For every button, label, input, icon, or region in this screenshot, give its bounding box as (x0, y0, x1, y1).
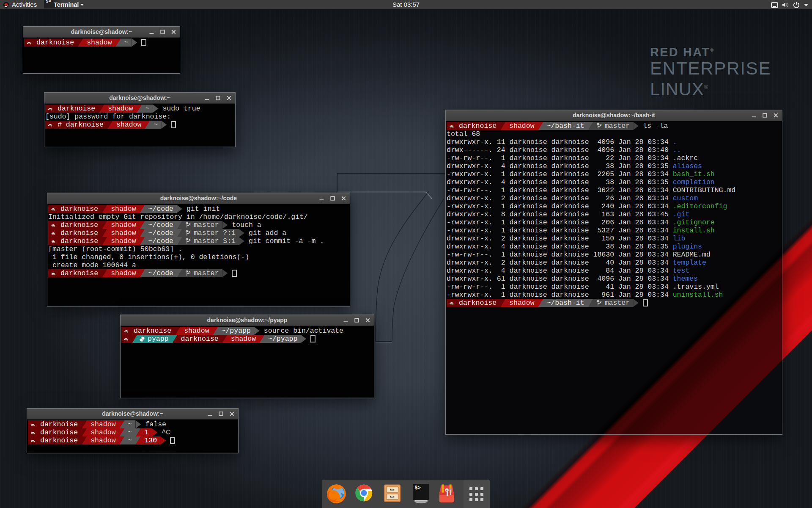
svg-text:$>: $> (414, 485, 421, 491)
